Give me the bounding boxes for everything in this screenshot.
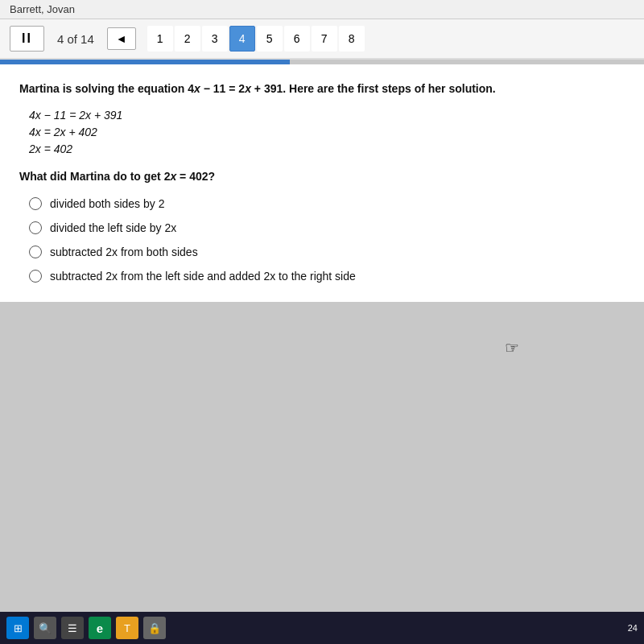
search-taskbar-button[interactable]: 🔍: [34, 617, 56, 639]
option-4-label: subtracted 2x from the left side and add…: [50, 270, 356, 283]
equation-step-3: 2x = 402: [29, 142, 625, 155]
answer-options: divided both sides by 2 divided the left…: [29, 197, 625, 283]
taskbar-clock: 24: [628, 623, 638, 633]
taskbar: ⊞ 🔍 ☰ e T 🔒 24: [0, 612, 644, 644]
radio-2[interactable]: [29, 221, 42, 234]
equation-block: 4x − 11 = 2x + 391 4x = 2x + 402 2x = 40…: [29, 109, 625, 155]
prev-arrow-button[interactable]: ◄: [107, 27, 136, 50]
content-area: Martina is solving the equation 4x − 11 …: [0, 64, 644, 302]
radio-4[interactable]: [29, 270, 42, 283]
page-num-8[interactable]: 8: [339, 26, 365, 52]
radio-3[interactable]: [29, 246, 42, 258]
page-num-4[interactable]: 4: [229, 26, 255, 52]
option-2-label: divided the left side by 2x: [50, 221, 176, 234]
toolbar: II 4 of 14 ◄ 1 2 3 4 5 6 7 8: [0, 19, 644, 60]
user-bar: Barrett, Jovan: [0, 0, 644, 19]
page-num-1[interactable]: 1: [147, 26, 173, 52]
start-button[interactable]: ⊞: [6, 617, 29, 639]
radio-1[interactable]: [29, 197, 42, 210]
chrome-icon[interactable]: T: [116, 617, 138, 639]
page-num-7[interactable]: 7: [312, 26, 337, 52]
question-intro: Martina is solving the equation 4x − 11 …: [19, 80, 625, 97]
option-1-label: divided both sides by 2: [50, 197, 164, 210]
cursor-hand: ☞: [505, 338, 519, 357]
task-view-button[interactable]: ☰: [61, 617, 84, 639]
lock-icon[interactable]: 🔒: [143, 617, 166, 639]
page-counter: 4 of 14: [57, 32, 94, 46]
pause-button[interactable]: II: [10, 26, 44, 52]
option-2[interactable]: divided the left side by 2x: [29, 221, 625, 234]
page-num-2[interactable]: 2: [175, 26, 200, 52]
page-num-6[interactable]: 6: [284, 26, 310, 52]
sub-question: What did Martina do to get 2x = 402?: [19, 170, 625, 183]
page-num-5[interactable]: 5: [257, 26, 283, 52]
page-num-3[interactable]: 3: [202, 26, 228, 52]
page-numbers: 1 2 3 4 5 6 7 8: [147, 26, 365, 52]
option-1[interactable]: divided both sides by 2: [29, 197, 625, 210]
edge-icon[interactable]: e: [89, 617, 111, 639]
option-4[interactable]: subtracted 2x from the left side and add…: [29, 270, 625, 283]
option-3[interactable]: subtracted 2x from both sides: [29, 246, 625, 258]
equation-step-1: 4x − 11 = 2x + 391: [29, 109, 625, 122]
equation-step-2: 4x = 2x + 402: [29, 126, 625, 138]
user-name: Barrett, Jovan: [10, 3, 75, 15]
option-3-label: subtracted 2x from both sides: [50, 246, 198, 258]
